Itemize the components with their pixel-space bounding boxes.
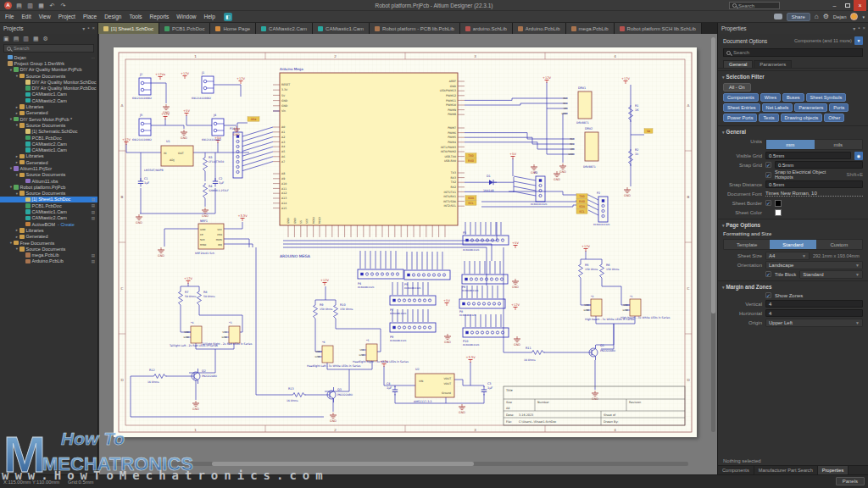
section-page-options[interactable]: ▾Page Options	[718, 219, 868, 230]
menu-design[interactable]: Design	[104, 14, 121, 19]
snap-distance-input[interactable]: 0.5mm	[765, 180, 863, 188]
pin-icon[interactable]: ▪	[858, 25, 860, 31]
tree-item-diy-air-quality-monitor-schdoc[interactable]: DIY Air Quality Monitor.SchDoc	[0, 79, 97, 85]
tree-item-camtastic2-cam[interactable]: CAMtastic2.Cam▤	[0, 215, 97, 221]
projects-panel-header[interactable]: Projects ▾▪×	[0, 23, 98, 34]
tree-item-dejan[interactable]: Dejan…	[0, 54, 97, 60]
filter-chip-other[interactable]: Other	[824, 114, 844, 122]
home-icon[interactable]: ⌂	[815, 13, 819, 20]
avatar[interactable]	[850, 13, 858, 20]
tab-camtastic1-cam[interactable]: CAMtastic1.Cam	[313, 23, 370, 34]
close-button[interactable]: ×	[854, 0, 866, 11]
tree-item-diy-air-quality-monitor-prjpcb[interactable]: ▾DIY Air Quality Monitor.PrjPcb	[0, 67, 97, 73]
tree-item-activebom[interactable]: ActiveBOM- Create	[0, 221, 97, 227]
filter-chip-texts[interactable]: Texts	[759, 114, 778, 122]
tree-item-pcb1-pcbdoc[interactable]: PCB1.PcbDoc▤	[0, 202, 97, 208]
chevron-down-icon[interactable]: ▾	[82, 25, 85, 31]
origin-select[interactable]: Upper Left▼	[765, 319, 863, 327]
preview-icon[interactable]: ▤	[92, 216, 95, 220]
tree-item-source-documents[interactable]: ▾Source Documents	[0, 73, 97, 79]
vertical-scrollbar[interactable]	[711, 37, 715, 432]
workspace-icon[interactable]: ▣	[3, 36, 9, 42]
tab-robot-platform-sch-lib-schlib[interactable]: Robot platform SCH lib.SchLib	[615, 23, 702, 34]
tree-item-project-group-1-dsnwrk[interactable]: Project Group 1.DsnWrk	[0, 60, 97, 66]
global-search-input[interactable]: Search	[729, 2, 780, 9]
comment-icon[interactable]	[774, 14, 782, 19]
panels-button[interactable]: Panels	[836, 477, 865, 485]
properties-tab-parameters[interactable]: Parameters	[754, 60, 792, 68]
settings-icon[interactable]: ⚙	[43, 36, 48, 42]
tree-item--1-schematic-schdoc[interactable]: [1] Schematic.SchDoc	[0, 129, 97, 135]
preview-icon[interactable]: ▤	[92, 197, 95, 202]
size-mode-standard[interactable]: Standard	[770, 240, 815, 249]
tab-mega-pcblib[interactable]: mega.PcbLib	[566, 23, 615, 34]
chevron-down-icon[interactable]: ▾	[853, 25, 855, 31]
menu-window[interactable]: Window	[176, 14, 196, 19]
tree-item-generated[interactable]: ▸Generated	[0, 159, 97, 165]
tree-item-libraries[interactable]: ▸Libraries	[0, 103, 97, 109]
section-selection-filter[interactable]: ▾Selection Filter	[718, 70, 868, 81]
tab-arduino-pcblib[interactable]: Arduino.PcbLib	[513, 23, 566, 34]
tree-item-libraries[interactable]: ▸Libraries	[0, 227, 97, 233]
tree-item-camtastic2-cam[interactable]: CAMtastic2.Cam	[0, 141, 97, 147]
preview-icon[interactable]: ▤	[92, 210, 95, 214]
compile-icon[interactable]: ▥	[23, 36, 29, 42]
size-mode-template[interactable]: Template	[724, 240, 770, 249]
redo-icon[interactable]: ↷	[59, 2, 67, 9]
tree-item-altium11-vbs[interactable]: Altium11.vbs	[0, 178, 97, 184]
filter-chip-net-labels[interactable]: Net Labels	[762, 103, 793, 112]
sheet-color-swatch[interactable]	[775, 209, 782, 216]
pin-icon[interactable]: ▪	[87, 25, 89, 31]
bottom-tab-properties[interactable]: Properties	[818, 466, 849, 474]
tree-item--1-sheet1-schdoc[interactable]: [1] Sheet1.SchDoc▤	[0, 197, 97, 202]
tab-home-page[interactable]: Home Page	[210, 23, 256, 34]
open-project-icon[interactable]: ▤	[14, 36, 19, 42]
eye-icon[interactable]: ◉	[854, 152, 863, 160]
preview-icon[interactable]: ▤	[92, 253, 95, 258]
filter-chip-wires[interactable]: Wires	[760, 93, 781, 102]
visible-grid-input[interactable]: 0.5mm	[765, 152, 851, 159]
section-margin-zones[interactable]: ▾Margin and Zones	[718, 280, 868, 291]
save-icon[interactable]: ▤	[15, 2, 23, 9]
snap-grid-input[interactable]: 0.5mm	[775, 161, 863, 169]
preview-icon[interactable]: …	[92, 55, 96, 59]
tree-item-camtastic2-cam[interactable]: CAMtastic2.Cam	[0, 97, 97, 103]
open-icon[interactable]: ▥	[26, 2, 34, 9]
title-block-select[interactable]: Standard▼	[799, 270, 863, 279]
preview-icon[interactable]: ▤	[92, 259, 95, 263]
size-mode-custom[interactable]: Custom	[816, 240, 862, 249]
tree-item-camtastic1-cam[interactable]: CAMtastic1.Cam	[0, 147, 97, 152]
vertical-input[interactable]: 4	[765, 300, 863, 308]
minimize-button[interactable]: –	[828, 0, 841, 11]
scripting-icon[interactable]: ◧	[224, 13, 232, 21]
filter-icon[interactable]: ▼	[854, 36, 863, 45]
tree-item-pcb1-pcbdoc[interactable]: PCB1.PcbDoc	[0, 135, 97, 141]
show-zones-checkbox[interactable]: ✓	[765, 292, 771, 298]
tab-pcb1-pcbdoc[interactable]: PCB1.PcbDoc	[159, 23, 210, 34]
close-icon[interactable]: ×	[862, 25, 865, 31]
title-block-checkbox[interactable]: ✓	[765, 271, 771, 277]
copy-icon[interactable]: ▦	[37, 2, 45, 9]
sheet-size-select[interactable]: A4▼	[765, 252, 810, 260]
user-name[interactable]: Dejan	[833, 14, 847, 19]
properties-panel-header[interactable]: Properties ▾▪×	[717, 23, 868, 34]
filter-chip-sheet-symbols[interactable]: Sheet Symbols	[806, 93, 847, 102]
document-font-link[interactable]: Times New Roman, 10	[765, 191, 863, 197]
menu-file[interactable]: File	[5, 14, 14, 19]
chevron-down-icon[interactable]: ▾	[862, 14, 865, 19]
create-link[interactable]: - Create	[58, 222, 75, 227]
restore-button[interactable]	[841, 0, 854, 11]
bottom-tab-components[interactable]: Components	[718, 466, 754, 474]
menu-tools[interactable]: Tools	[129, 14, 142, 19]
snap-grid-checkbox[interactable]: ✓	[765, 162, 771, 168]
tree-item-arduino-pcblib[interactable]: Arduino.PcbLib▤	[0, 258, 97, 264]
snap-hotspot-checkbox[interactable]: ✓	[765, 172, 771, 178]
filter-chip-parameters[interactable]: Parameters	[794, 103, 827, 112]
tree-item-mega-pcblib[interactable]: mega.PcbLib▤	[0, 252, 97, 258]
tree-item-free-documents[interactable]: ▾Free Documents	[0, 240, 97, 246]
tree-item-source-documents[interactable]: ▾Source Documents	[0, 191, 97, 197]
tab-robot-platform-pcb-lib-pcblib[interactable]: Robot platform - PCB lib.PcbLib	[370, 23, 460, 34]
tree-item-generated[interactable]: ▸Generated	[0, 234, 97, 240]
filter-chip-sheet-entries[interactable]: Sheet Entries	[723, 103, 760, 112]
undo-icon[interactable]: ↶	[48, 2, 56, 9]
